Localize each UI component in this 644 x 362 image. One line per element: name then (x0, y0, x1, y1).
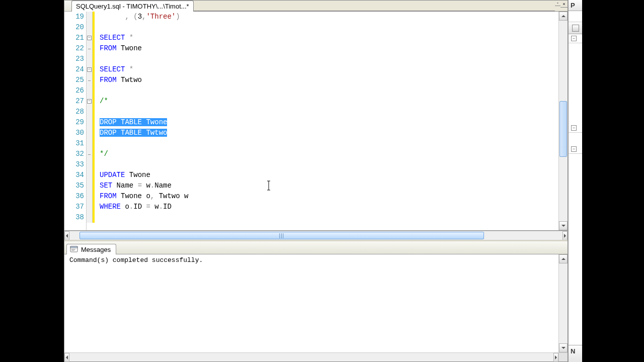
tab-dropdown-icon[interactable] (555, 1, 560, 6)
msg-hscroll-right[interactable] (553, 353, 558, 362)
code-line[interactable] (100, 85, 553, 96)
messages-text[interactable]: Command(s) completed successfully. (64, 254, 558, 352)
code-editor[interactable]: 1920212223242526272829303132333435363738… (64, 12, 568, 231)
properties-expander-row-2[interactable]: − (569, 124, 582, 133)
code-line[interactable] (100, 212, 553, 223)
document-tab[interactable]: SQLQuery1.sql - TIMOTHY\...\Timot...* (71, 1, 194, 12)
tab-spacer (64, 1, 71, 12)
code-line[interactable] (100, 159, 553, 170)
properties-toolbar (569, 22, 582, 34)
properties-content-3 (569, 154, 582, 345)
code-line[interactable]: FROM Twone (100, 43, 553, 54)
hscroll-right-button[interactable] (562, 231, 568, 240)
msg-vscroll-up[interactable] (559, 254, 568, 263)
minus-icon[interactable]: − (571, 146, 577, 152)
editor-area: 1920212223242526272829303132333435363738… (64, 12, 568, 361)
properties-panel-strip: P − − − N (568, 0, 582, 362)
document-tab-title: SQLQuery1.sql - TIMOTHY\...\Timot...* (76, 3, 189, 10)
properties-header[interactable]: P (569, 0, 582, 11)
properties-footer: N (569, 345, 582, 362)
hscroll-left-button[interactable] (64, 231, 69, 240)
document-tab-strip: SQLQuery1.sql - TIMOTHY\...\Timot...* (64, 1, 568, 12)
properties-content-1 (569, 43, 582, 124)
msg-scroll-corner (558, 353, 568, 361)
editor-vertical-scrollbar[interactable] (558, 12, 568, 230)
tab-strip-rest (194, 1, 555, 11)
minus-icon[interactable]: − (571, 125, 577, 131)
messages-body: Command(s) completed successfully. (64, 254, 568, 352)
code-line[interactable]: /* (100, 96, 553, 107)
code-line[interactable]: FROM Twtwo (100, 75, 553, 85)
vscroll-thumb[interactable] (559, 101, 567, 157)
code-body[interactable]: , (3,'Three')SELECT *FROM TwoneSELECT *F… (95, 12, 558, 230)
code-line[interactable] (100, 138, 553, 149)
code-line[interactable]: SET Name = w.Name (100, 180, 553, 191)
minus-icon[interactable]: − (571, 36, 577, 41)
msg-vscroll-track[interactable] (559, 263, 568, 343)
messages-horizontal-scrollbar[interactable] (64, 352, 568, 361)
vscroll-up-button[interactable] (559, 12, 568, 21)
messages-icon (70, 245, 78, 253)
properties-expander-row-3[interactable]: − (569, 145, 582, 154)
messages-vertical-scrollbar[interactable] (558, 254, 568, 352)
close-tab-button[interactable] (560, 1, 568, 8)
messages-tab-label: Messages (81, 246, 111, 253)
svg-rect-1 (70, 246, 77, 248)
msg-vscroll-down[interactable] (559, 343, 568, 352)
code-line[interactable]: SELECT * (100, 64, 553, 75)
messages-tab[interactable]: Messages (66, 244, 116, 254)
document-window: SQLQuery1.sql - TIMOTHY\...\Timot...* 19… (64, 0, 568, 362)
code-line[interactable]: */ (100, 149, 553, 159)
code-line[interactable]: FROM Twone o, Twtwo w (100, 191, 553, 202)
letterbox-right (582, 0, 644, 362)
code-line[interactable] (100, 22, 553, 33)
messages-tab-strip: Messages (64, 241, 568, 254)
hscroll-track[interactable]: ||| (69, 231, 562, 240)
code-line[interactable]: , (3,'Three') (100, 12, 553, 22)
code-line[interactable]: DROP TABLE Twone (100, 117, 553, 128)
code-line[interactable]: UPDATE Twone (100, 170, 553, 180)
fold-toggle-icon[interactable]: − (87, 99, 92, 104)
properties-expander-row[interactable]: − (569, 34, 582, 43)
fold-indicator-margin: −–−–−– (87, 12, 93, 223)
letterbox-left (0, 0, 64, 362)
vscroll-track[interactable] (559, 21, 568, 221)
fold-toggle-icon[interactable]: − (87, 67, 92, 72)
code-line[interactable]: SELECT * (100, 33, 553, 43)
properties-categorize-icon[interactable] (572, 25, 579, 32)
line-number-gutter: 1920212223242526272829303132333435363738 (64, 12, 87, 230)
code-line[interactable]: DROP TABLE Twtwo (100, 128, 553, 138)
msg-hscroll-left[interactable] (64, 353, 69, 362)
hscroll-thumb[interactable]: ||| (79, 232, 484, 239)
fold-toggle-icon[interactable]: − (87, 36, 92, 40)
code-line[interactable] (100, 54, 553, 64)
msg-hscroll-track[interactable] (69, 353, 553, 361)
code-line[interactable]: WHERE o.ID = w.ID (100, 202, 553, 212)
properties-content-2 (569, 133, 582, 145)
code-line[interactable] (100, 107, 553, 117)
editor-horizontal-scrollbar[interactable]: ||| (64, 231, 568, 240)
messages-pane: Messages Command(s) completed successful… (64, 240, 568, 361)
properties-row-1[interactable] (569, 11, 582, 22)
vscroll-down-button[interactable] (559, 221, 568, 230)
